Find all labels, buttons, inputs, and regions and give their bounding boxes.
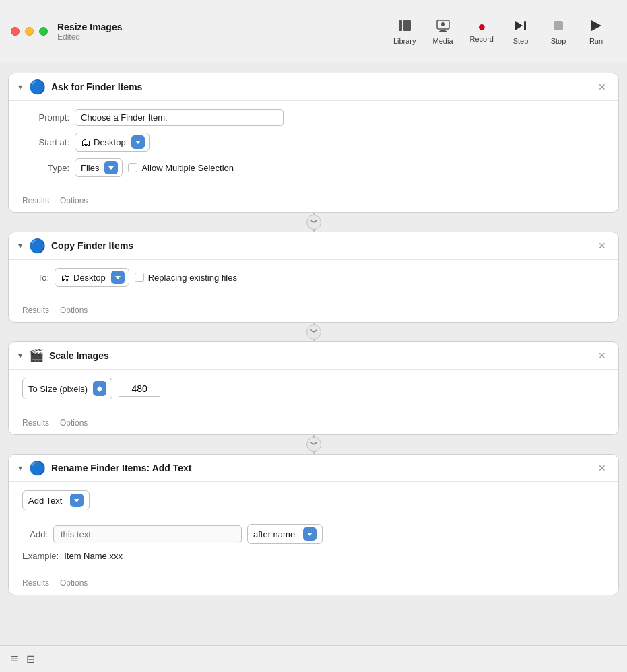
card4-icon: 🔵	[29, 461, 46, 475]
card2-replacing-label: Replacing existing files	[148, 273, 237, 283]
card1-startat-value: Desktop	[94, 137, 126, 147]
card2-to-select[interactable]: 🗂 Desktop	[55, 268, 129, 287]
toolbar: Library Media ● Record	[387, 14, 614, 49]
card1-footer: Results Options	[9, 192, 618, 212]
stop-icon	[551, 18, 566, 35]
run-label: Run	[589, 37, 603, 45]
card1-startat-select[interactable]: 🗂 Desktop	[75, 133, 150, 152]
svg-point-5	[441, 22, 445, 26]
card3-results-link[interactable]: Results	[22, 418, 49, 428]
card4-body: Add Text Add: after name Example:	[9, 482, 618, 574]
titlebar: Resize Images Edited Library Medi	[0, 0, 627, 63]
card4-chevron[interactable]: ▾	[18, 463, 22, 473]
card3-scale-row: To Size (pixels)	[22, 378, 605, 399]
card1-checkbox[interactable]	[128, 163, 137, 172]
svg-marker-13	[74, 499, 79, 502]
traffic-lights	[11, 27, 48, 36]
card1-body: Prompt: Start at: 🗂 Desktop Type: Files	[9, 101, 618, 192]
card1-icon: 🔵	[29, 80, 46, 94]
stop-button[interactable]: Stop	[541, 14, 576, 49]
folder-icon: 🗂	[81, 137, 91, 148]
svg-marker-10	[135, 141, 141, 144]
card2-title: Copy Finder Items	[51, 240, 590, 251]
ask-finder-items-card: ▾ 🔵 Ask for Finder Items ✕ Prompt: Start…	[8, 73, 619, 213]
card3-close[interactable]: ✕	[595, 349, 609, 362]
card4-addtext-select[interactable]: Add Text	[22, 490, 90, 510]
card4-after-name-select[interactable]: after name	[247, 524, 323, 544]
close-button[interactable]	[11, 27, 20, 36]
card3-chevron[interactable]: ▾	[18, 351, 22, 360]
card1-type-arrow	[104, 161, 118, 174]
card2-replacing[interactable]: Replacing existing files	[135, 273, 237, 283]
svg-marker-6	[515, 21, 523, 30]
library-button[interactable]: Library	[387, 14, 423, 49]
svg-marker-11	[108, 166, 114, 170]
step-button[interactable]: Step	[503, 14, 538, 49]
card4-addtext-value: Add Text	[28, 496, 62, 506]
connector-1	[8, 213, 619, 232]
card4-text-input[interactable]	[53, 525, 242, 543]
maximize-button[interactable]	[39, 27, 48, 36]
svg-marker-12	[115, 276, 121, 279]
card1-header: ▾ 🔵 Ask for Finder Items ✕	[9, 73, 618, 101]
minimize-button[interactable]	[25, 27, 34, 36]
card1-prompt-row: Prompt:	[22, 109, 605, 126]
card1-type-value: Files	[81, 163, 99, 173]
scale-images-card: ▾ 🎬 Scale Images ✕ To Size (pixels) Resu…	[8, 341, 619, 435]
card4-results-link[interactable]: Results	[22, 578, 49, 588]
card2-to-value: Desktop	[73, 273, 106, 283]
card3-scale-type: To Size (pixels)	[28, 384, 88, 394]
media-button[interactable]: Media	[426, 14, 461, 49]
card2-options-link[interactable]: Options	[60, 306, 88, 315]
card4-close[interactable]: ✕	[595, 461, 609, 475]
card2-chevron[interactable]: ▾	[18, 241, 22, 250]
connector-3	[8, 435, 619, 454]
card2-body: To: 🗂 Desktop Replacing existing files	[9, 260, 618, 302]
card1-allow-multiple[interactable]: Allow Multiple Selection	[128, 163, 234, 173]
stop-label: Stop	[551, 37, 566, 45]
card3-scale-value-input[interactable]	[119, 381, 160, 397]
card4-addtext-arrow	[70, 494, 84, 507]
card1-type-label: Type:	[22, 163, 69, 173]
app-subtitle: Edited	[57, 32, 123, 42]
run-icon	[589, 18, 603, 35]
record-icon: ●	[477, 20, 486, 33]
card3-options-link[interactable]: Options	[60, 418, 88, 428]
card1-title: Ask for Finder Items	[51, 81, 590, 92]
card2-close[interactable]: ✕	[595, 239, 609, 253]
card1-allow-multiple-label: Allow Multiple Selection	[141, 163, 234, 173]
card1-chevron[interactable]: ▾	[18, 82, 22, 92]
card1-startat-label: Start at:	[22, 137, 69, 147]
card4-example-label: Example:	[22, 551, 59, 561]
card3-title: Scale Images	[49, 350, 590, 361]
list-view-icon[interactable]: ≡	[11, 652, 18, 666]
card4-example-row: Example: Item Name.xxx	[22, 551, 605, 561]
svg-rect-7	[524, 21, 526, 30]
card2-checkbox[interactable]	[135, 273, 144, 282]
card1-prompt-input[interactable]	[75, 109, 284, 126]
card1-close[interactable]: ✕	[595, 80, 609, 94]
svg-marker-9	[591, 20, 601, 31]
svg-rect-4	[439, 31, 447, 32]
card3-body: To Size (pixels)	[9, 370, 618, 414]
card2-header: ▾ 🔵 Copy Finder Items ✕	[9, 232, 618, 260]
card3-icon: 🎬	[29, 349, 44, 362]
card2-to-label: To:	[22, 273, 49, 283]
card4-title: Rename Finder Items: Add Text	[51, 463, 590, 473]
card4-add-label: Add:	[22, 529, 48, 539]
folder-icon-2: 🗂	[61, 272, 71, 283]
record-button[interactable]: ● Record	[463, 15, 500, 47]
card4-options-link[interactable]: Options	[60, 578, 88, 588]
run-button[interactable]: Run	[579, 14, 614, 49]
card1-options-link[interactable]: Options	[60, 196, 88, 205]
card4-addtext-row: Add Text	[22, 490, 605, 517]
connector-arrow-2	[306, 325, 321, 339]
card3-scale-type-select[interactable]: To Size (pixels)	[22, 378, 112, 399]
step-icon	[513, 18, 528, 35]
step-label: Step	[513, 37, 529, 45]
card1-results-link[interactable]: Results	[22, 196, 49, 205]
card2-results-link[interactable]: Results	[22, 306, 49, 315]
card1-type-row: Type: Files Allow Multiple Selection	[22, 158, 605, 177]
card1-type-select[interactable]: Files	[75, 158, 123, 177]
grid-view-icon[interactable]: ⊟	[26, 652, 35, 665]
